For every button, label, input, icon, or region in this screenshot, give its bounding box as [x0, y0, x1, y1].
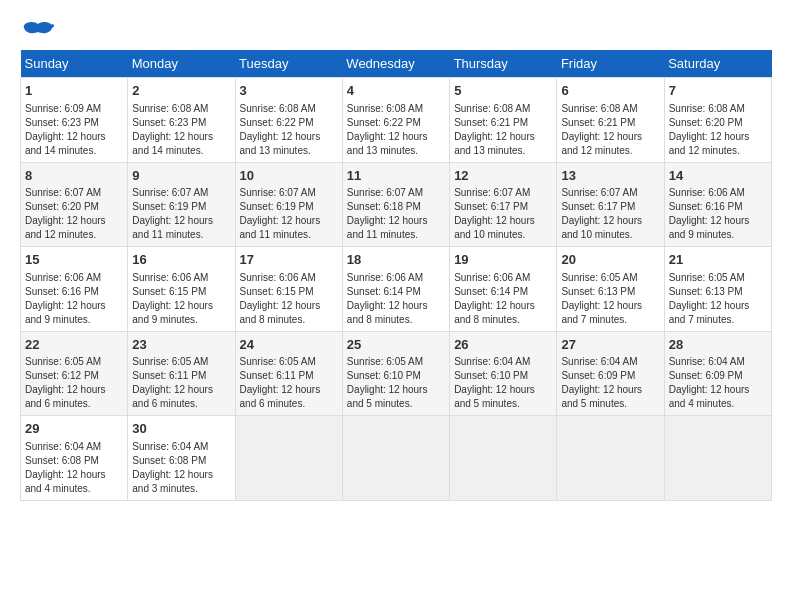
page-header [20, 20, 772, 40]
day-info: Sunrise: 6:09 AM Sunset: 6:23 PM Dayligh… [25, 102, 123, 158]
header-tuesday: Tuesday [235, 50, 342, 78]
calendar-cell: 18Sunrise: 6:06 AM Sunset: 6:14 PM Dayli… [342, 247, 449, 332]
calendar-cell: 1Sunrise: 6:09 AM Sunset: 6:23 PM Daylig… [21, 78, 128, 163]
day-number: 12 [454, 167, 552, 185]
calendar-cell: 22Sunrise: 6:05 AM Sunset: 6:12 PM Dayli… [21, 331, 128, 416]
day-info: Sunrise: 6:07 AM Sunset: 6:17 PM Dayligh… [561, 186, 659, 242]
day-info: Sunrise: 6:04 AM Sunset: 6:10 PM Dayligh… [454, 355, 552, 411]
day-number: 24 [240, 336, 338, 354]
calendar-cell: 19Sunrise: 6:06 AM Sunset: 6:14 PM Dayli… [450, 247, 557, 332]
logo-bird-icon [22, 20, 54, 40]
day-info: Sunrise: 6:08 AM Sunset: 6:22 PM Dayligh… [240, 102, 338, 158]
calendar-cell [557, 416, 664, 501]
day-info: Sunrise: 6:06 AM Sunset: 6:15 PM Dayligh… [132, 271, 230, 327]
day-number: 2 [132, 82, 230, 100]
day-number: 14 [669, 167, 767, 185]
calendar-cell: 2Sunrise: 6:08 AM Sunset: 6:23 PM Daylig… [128, 78, 235, 163]
calendar-cell: 9Sunrise: 6:07 AM Sunset: 6:19 PM Daylig… [128, 162, 235, 247]
calendar-cell [342, 416, 449, 501]
calendar-cell: 3Sunrise: 6:08 AM Sunset: 6:22 PM Daylig… [235, 78, 342, 163]
calendar-week-row: 8Sunrise: 6:07 AM Sunset: 6:20 PM Daylig… [21, 162, 772, 247]
day-number: 30 [132, 420, 230, 438]
calendar-cell: 13Sunrise: 6:07 AM Sunset: 6:17 PM Dayli… [557, 162, 664, 247]
calendar-cell: 8Sunrise: 6:07 AM Sunset: 6:20 PM Daylig… [21, 162, 128, 247]
day-number: 28 [669, 336, 767, 354]
day-number: 26 [454, 336, 552, 354]
day-number: 29 [25, 420, 123, 438]
day-info: Sunrise: 6:05 AM Sunset: 6:13 PM Dayligh… [669, 271, 767, 327]
day-info: Sunrise: 6:05 AM Sunset: 6:12 PM Dayligh… [25, 355, 123, 411]
calendar-cell: 4Sunrise: 6:08 AM Sunset: 6:22 PM Daylig… [342, 78, 449, 163]
calendar-cell: 25Sunrise: 6:05 AM Sunset: 6:10 PM Dayli… [342, 331, 449, 416]
header-wednesday: Wednesday [342, 50, 449, 78]
day-info: Sunrise: 6:07 AM Sunset: 6:19 PM Dayligh… [132, 186, 230, 242]
day-number: 10 [240, 167, 338, 185]
calendar-cell: 10Sunrise: 6:07 AM Sunset: 6:19 PM Dayli… [235, 162, 342, 247]
logo [20, 20, 56, 40]
day-number: 27 [561, 336, 659, 354]
day-info: Sunrise: 6:06 AM Sunset: 6:15 PM Dayligh… [240, 271, 338, 327]
day-number: 19 [454, 251, 552, 269]
calendar-cell [450, 416, 557, 501]
day-info: Sunrise: 6:05 AM Sunset: 6:11 PM Dayligh… [132, 355, 230, 411]
day-info: Sunrise: 6:05 AM Sunset: 6:13 PM Dayligh… [561, 271, 659, 327]
day-number: 3 [240, 82, 338, 100]
day-number: 13 [561, 167, 659, 185]
day-number: 22 [25, 336, 123, 354]
day-info: Sunrise: 6:08 AM Sunset: 6:20 PM Dayligh… [669, 102, 767, 158]
calendar-week-row: 29Sunrise: 6:04 AM Sunset: 6:08 PM Dayli… [21, 416, 772, 501]
header-monday: Monday [128, 50, 235, 78]
day-info: Sunrise: 6:05 AM Sunset: 6:11 PM Dayligh… [240, 355, 338, 411]
calendar-cell [664, 416, 771, 501]
day-info: Sunrise: 6:07 AM Sunset: 6:17 PM Dayligh… [454, 186, 552, 242]
calendar-cell: 15Sunrise: 6:06 AM Sunset: 6:16 PM Dayli… [21, 247, 128, 332]
calendar-cell: 28Sunrise: 6:04 AM Sunset: 6:09 PM Dayli… [664, 331, 771, 416]
calendar-cell: 6Sunrise: 6:08 AM Sunset: 6:21 PM Daylig… [557, 78, 664, 163]
day-number: 8 [25, 167, 123, 185]
day-number: 9 [132, 167, 230, 185]
day-info: Sunrise: 6:06 AM Sunset: 6:14 PM Dayligh… [454, 271, 552, 327]
day-info: Sunrise: 6:08 AM Sunset: 6:22 PM Dayligh… [347, 102, 445, 158]
calendar-cell: 12Sunrise: 6:07 AM Sunset: 6:17 PM Dayli… [450, 162, 557, 247]
calendar-week-row: 22Sunrise: 6:05 AM Sunset: 6:12 PM Dayli… [21, 331, 772, 416]
day-number: 5 [454, 82, 552, 100]
header-row: SundayMondayTuesdayWednesdayThursdayFrid… [21, 50, 772, 78]
day-info: Sunrise: 6:04 AM Sunset: 6:08 PM Dayligh… [25, 440, 123, 496]
calendar-cell [235, 416, 342, 501]
header-sunday: Sunday [21, 50, 128, 78]
day-info: Sunrise: 6:04 AM Sunset: 6:08 PM Dayligh… [132, 440, 230, 496]
header-saturday: Saturday [664, 50, 771, 78]
day-info: Sunrise: 6:06 AM Sunset: 6:16 PM Dayligh… [669, 186, 767, 242]
calendar-cell: 26Sunrise: 6:04 AM Sunset: 6:10 PM Dayli… [450, 331, 557, 416]
calendar-cell: 14Sunrise: 6:06 AM Sunset: 6:16 PM Dayli… [664, 162, 771, 247]
calendar-cell: 11Sunrise: 6:07 AM Sunset: 6:18 PM Dayli… [342, 162, 449, 247]
day-info: Sunrise: 6:08 AM Sunset: 6:21 PM Dayligh… [454, 102, 552, 158]
day-info: Sunrise: 6:07 AM Sunset: 6:18 PM Dayligh… [347, 186, 445, 242]
day-info: Sunrise: 6:06 AM Sunset: 6:14 PM Dayligh… [347, 271, 445, 327]
day-number: 6 [561, 82, 659, 100]
day-number: 18 [347, 251, 445, 269]
calendar-cell: 29Sunrise: 6:04 AM Sunset: 6:08 PM Dayli… [21, 416, 128, 501]
calendar-table: SundayMondayTuesdayWednesdayThursdayFrid… [20, 50, 772, 501]
day-number: 11 [347, 167, 445, 185]
calendar-cell: 23Sunrise: 6:05 AM Sunset: 6:11 PM Dayli… [128, 331, 235, 416]
day-number: 17 [240, 251, 338, 269]
header-thursday: Thursday [450, 50, 557, 78]
calendar-cell: 16Sunrise: 6:06 AM Sunset: 6:15 PM Dayli… [128, 247, 235, 332]
calendar-cell: 17Sunrise: 6:06 AM Sunset: 6:15 PM Dayli… [235, 247, 342, 332]
day-number: 21 [669, 251, 767, 269]
calendar-cell: 7Sunrise: 6:08 AM Sunset: 6:20 PM Daylig… [664, 78, 771, 163]
day-info: Sunrise: 6:08 AM Sunset: 6:21 PM Dayligh… [561, 102, 659, 158]
day-number: 15 [25, 251, 123, 269]
day-number: 25 [347, 336, 445, 354]
calendar-cell: 24Sunrise: 6:05 AM Sunset: 6:11 PM Dayli… [235, 331, 342, 416]
calendar-cell: 30Sunrise: 6:04 AM Sunset: 6:08 PM Dayli… [128, 416, 235, 501]
day-number: 20 [561, 251, 659, 269]
calendar-week-row: 15Sunrise: 6:06 AM Sunset: 6:16 PM Dayli… [21, 247, 772, 332]
day-info: Sunrise: 6:07 AM Sunset: 6:20 PM Dayligh… [25, 186, 123, 242]
day-number: 7 [669, 82, 767, 100]
calendar-cell: 5Sunrise: 6:08 AM Sunset: 6:21 PM Daylig… [450, 78, 557, 163]
day-number: 23 [132, 336, 230, 354]
day-number: 4 [347, 82, 445, 100]
day-info: Sunrise: 6:08 AM Sunset: 6:23 PM Dayligh… [132, 102, 230, 158]
